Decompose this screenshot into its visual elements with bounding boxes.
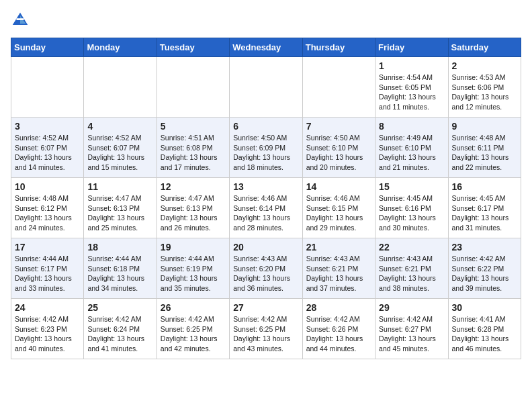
day-header-wednesday: Wednesday: [230, 38, 302, 57]
calendar-cell: 7Sunrise: 4:50 AM Sunset: 6:10 PM Daylig…: [302, 118, 375, 178]
calendar-cell: 3Sunrise: 4:52 AM Sunset: 6:07 PM Daylig…: [11, 118, 84, 178]
day-info: Sunrise: 4:48 AM Sunset: 6:11 PM Dayligh…: [452, 133, 517, 173]
day-info: Sunrise: 4:53 AM Sunset: 6:06 PM Dayligh…: [452, 73, 517, 112]
day-info: Sunrise: 4:42 AM Sunset: 6:25 PM Dayligh…: [233, 314, 298, 354]
calendar-cell: 27Sunrise: 4:42 AM Sunset: 6:25 PM Dayli…: [230, 299, 302, 359]
day-info: Sunrise: 4:50 AM Sunset: 6:09 PM Dayligh…: [233, 133, 298, 173]
calendar-cell: 18Sunrise: 4:44 AM Sunset: 6:18 PM Dayli…: [84, 238, 157, 299]
day-number: 16: [452, 181, 517, 192]
day-info: Sunrise: 4:52 AM Sunset: 6:07 PM Dayligh…: [15, 133, 80, 173]
day-number: 6: [233, 121, 298, 132]
calendar-cell: 28Sunrise: 4:42 AM Sunset: 6:26 PM Dayli…: [302, 299, 375, 359]
calendar-cell: 10Sunrise: 4:48 AM Sunset: 6:12 PM Dayli…: [11, 178, 84, 238]
day-info: Sunrise: 4:47 AM Sunset: 6:13 PM Dayligh…: [87, 193, 152, 233]
calendar-cell: 4Sunrise: 4:52 AM Sunset: 6:07 PM Daylig…: [84, 118, 157, 178]
day-info: Sunrise: 4:52 AM Sunset: 6:07 PM Dayligh…: [87, 133, 152, 173]
calendar-cell: 23Sunrise: 4:42 AM Sunset: 6:22 PM Dayli…: [448, 238, 521, 299]
calendar-cell: 17Sunrise: 4:44 AM Sunset: 6:17 PM Dayli…: [11, 238, 84, 299]
day-info: Sunrise: 4:41 AM Sunset: 6:28 PM Dayligh…: [452, 314, 517, 354]
calendar-cell: [11, 57, 84, 118]
day-number: 18: [87, 242, 152, 253]
day-info: Sunrise: 4:42 AM Sunset: 6:22 PM Dayligh…: [452, 254, 517, 293]
calendar-cell: [302, 57, 375, 118]
calendar-cell: 8Sunrise: 4:49 AM Sunset: 6:10 PM Daylig…: [375, 118, 448, 178]
calendar-week-2: 3Sunrise: 4:52 AM Sunset: 6:07 PM Daylig…: [11, 118, 521, 178]
day-number: 11: [87, 181, 152, 192]
day-header-friday: Friday: [375, 38, 448, 57]
calendar-cell: 12Sunrise: 4:47 AM Sunset: 6:13 PM Dayli…: [157, 178, 229, 238]
calendar-cell: 24Sunrise: 4:42 AM Sunset: 6:23 PM Dayli…: [11, 299, 84, 359]
calendar-cell: [230, 57, 302, 118]
day-number: 21: [306, 242, 371, 253]
day-header-monday: Monday: [84, 38, 157, 57]
day-info: Sunrise: 4:51 AM Sunset: 6:08 PM Dayligh…: [161, 133, 226, 173]
day-info: Sunrise: 4:42 AM Sunset: 6:23 PM Dayligh…: [15, 314, 80, 354]
calendar-cell: 5Sunrise: 4:51 AM Sunset: 6:08 PM Daylig…: [157, 118, 229, 178]
day-number: 10: [15, 181, 80, 192]
day-info: Sunrise: 4:44 AM Sunset: 6:17 PM Dayligh…: [15, 254, 80, 293]
calendar-cell: 19Sunrise: 4:44 AM Sunset: 6:19 PM Dayli…: [157, 238, 229, 299]
calendar-cell: 26Sunrise: 4:42 AM Sunset: 6:25 PM Dayli…: [157, 299, 229, 359]
calendar-cell: 6Sunrise: 4:50 AM Sunset: 6:09 PM Daylig…: [230, 118, 302, 178]
calendar-cell: 16Sunrise: 4:45 AM Sunset: 6:17 PM Dayli…: [448, 178, 521, 238]
day-number: 23: [452, 242, 517, 253]
svg-rect-2: [16, 18, 24, 20]
day-number: 26: [161, 302, 226, 313]
day-info: Sunrise: 4:46 AM Sunset: 6:15 PM Dayligh…: [306, 193, 371, 233]
day-number: 13: [233, 181, 298, 192]
calendar-cell: 21Sunrise: 4:43 AM Sunset: 6:21 PM Dayli…: [302, 238, 375, 299]
day-number: 19: [161, 242, 226, 253]
calendar-week-1: 1Sunrise: 4:54 AM Sunset: 6:05 PM Daylig…: [11, 57, 521, 118]
day-number: 3: [15, 121, 80, 132]
day-number: 5: [161, 121, 226, 132]
day-info: Sunrise: 4:43 AM Sunset: 6:20 PM Dayligh…: [233, 254, 298, 293]
day-info: Sunrise: 4:48 AM Sunset: 6:12 PM Dayligh…: [15, 193, 80, 233]
day-info: Sunrise: 4:49 AM Sunset: 6:10 PM Dayligh…: [379, 133, 444, 173]
calendar-cell: 1Sunrise: 4:54 AM Sunset: 6:05 PM Daylig…: [375, 57, 448, 118]
day-info: Sunrise: 4:45 AM Sunset: 6:16 PM Dayligh…: [379, 193, 444, 233]
day-info: Sunrise: 4:50 AM Sunset: 6:10 PM Dayligh…: [306, 133, 371, 173]
day-info: Sunrise: 4:47 AM Sunset: 6:13 PM Dayligh…: [161, 193, 226, 233]
calendar-cell: 9Sunrise: 4:48 AM Sunset: 6:11 PM Daylig…: [448, 118, 521, 178]
calendar-week-4: 17Sunrise: 4:44 AM Sunset: 6:17 PM Dayli…: [11, 238, 521, 299]
day-number: 20: [233, 242, 298, 253]
logo: [11, 11, 32, 30]
calendar-week-5: 24Sunrise: 4:42 AM Sunset: 6:23 PM Dayli…: [11, 299, 521, 359]
day-number: 25: [87, 302, 152, 313]
day-header-sunday: Sunday: [11, 38, 84, 57]
day-number: 1: [379, 60, 444, 71]
day-info: Sunrise: 4:43 AM Sunset: 6:21 PM Dayligh…: [379, 254, 444, 293]
day-info: Sunrise: 4:44 AM Sunset: 6:19 PM Dayligh…: [161, 254, 226, 293]
header-row: SundayMondayTuesdayWednesdayThursdayFrid…: [11, 38, 521, 57]
day-header-saturday: Saturday: [448, 38, 521, 57]
calendar-cell: [84, 57, 157, 118]
day-number: 15: [379, 181, 444, 192]
day-header-tuesday: Tuesday: [157, 38, 229, 57]
day-info: Sunrise: 4:54 AM Sunset: 6:05 PM Dayligh…: [379, 73, 444, 112]
day-info: Sunrise: 4:46 AM Sunset: 6:14 PM Dayligh…: [233, 193, 298, 233]
calendar-cell: 20Sunrise: 4:43 AM Sunset: 6:20 PM Dayli…: [230, 238, 302, 299]
page-header: [11, 11, 521, 30]
day-number: 14: [306, 181, 371, 192]
calendar-cell: 11Sunrise: 4:47 AM Sunset: 6:13 PM Dayli…: [84, 178, 157, 238]
calendar-cell: 2Sunrise: 4:53 AM Sunset: 6:06 PM Daylig…: [448, 57, 521, 118]
day-number: 22: [379, 242, 444, 253]
day-number: 7: [306, 121, 371, 132]
day-info: Sunrise: 4:42 AM Sunset: 6:25 PM Dayligh…: [161, 314, 226, 354]
day-number: 28: [306, 302, 371, 313]
calendar-cell: 14Sunrise: 4:46 AM Sunset: 6:15 PM Dayli…: [302, 178, 375, 238]
calendar-cell: 15Sunrise: 4:45 AM Sunset: 6:16 PM Dayli…: [375, 178, 448, 238]
calendar-cell: [157, 57, 229, 118]
day-header-thursday: Thursday: [302, 38, 375, 57]
day-info: Sunrise: 4:42 AM Sunset: 6:26 PM Dayligh…: [306, 314, 371, 354]
day-number: 4: [87, 121, 152, 132]
day-info: Sunrise: 4:42 AM Sunset: 6:27 PM Dayligh…: [379, 314, 444, 354]
calendar-cell: 22Sunrise: 4:43 AM Sunset: 6:21 PM Dayli…: [375, 238, 448, 299]
calendar-week-3: 10Sunrise: 4:48 AM Sunset: 6:12 PM Dayli…: [11, 178, 521, 238]
day-number: 2: [452, 60, 517, 71]
day-number: 8: [379, 121, 444, 132]
day-number: 30: [452, 302, 517, 313]
calendar-table: SundayMondayTuesdayWednesdayThursdayFrid…: [11, 38, 521, 359]
day-info: Sunrise: 4:42 AM Sunset: 6:24 PM Dayligh…: [87, 314, 152, 354]
day-number: 27: [233, 302, 298, 313]
